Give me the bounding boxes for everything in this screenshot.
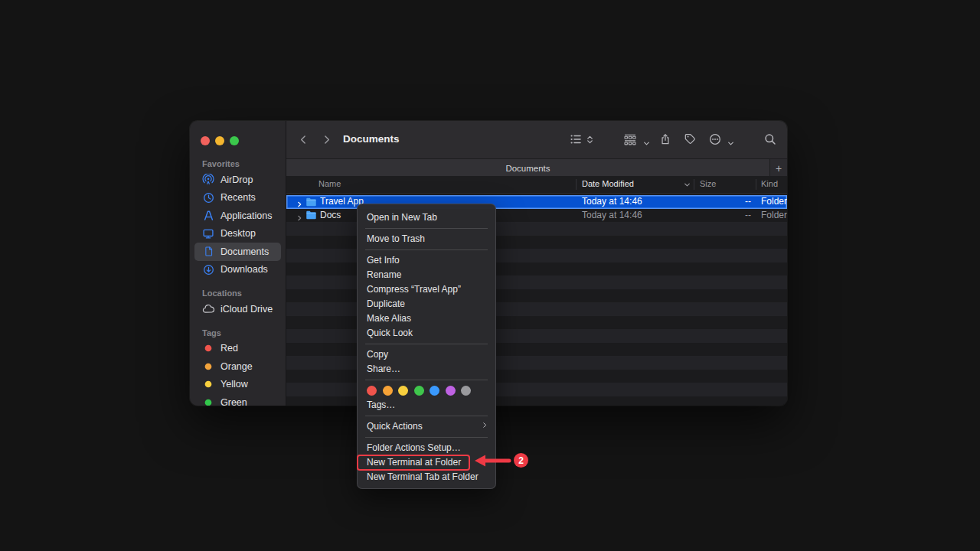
minimize-button[interactable]: [215, 136, 224, 145]
menu-item-label: Quick Actions: [367, 419, 423, 434]
search-icon[interactable]: [764, 133, 776, 148]
step-badge: 2: [514, 453, 528, 468]
menu-item-rename[interactable]: Rename: [358, 268, 495, 282]
sidebar-item-yellow[interactable]: Yellow: [194, 376, 281, 394]
menu-item-tags[interactable]: Tags…: [358, 398, 495, 412]
menu-item-share[interactable]: Share…: [358, 362, 495, 377]
file-size: --: [692, 209, 751, 223]
sidebar-item-recents[interactable]: Recents: [194, 189, 281, 207]
desktop-icon: [201, 228, 215, 240]
submenu-chevron-icon: [482, 419, 488, 434]
tag-color-dot[interactable]: [461, 386, 471, 396]
back-button[interactable]: [299, 134, 309, 148]
toolbar: Documents: [286, 121, 787, 158]
menu-item-open-in-new-tab[interactable]: Open in New Tab: [358, 210, 495, 225]
tag-color-dot[interactable]: [446, 386, 456, 396]
more-options-chevron-icon[interactable]: [727, 136, 734, 150]
context-menu: Open in New TabMove to TrashGet InfoRena…: [357, 204, 496, 489]
file-date-modified: Today at 14:46: [582, 209, 642, 223]
menu-item-get-info[interactable]: Get Info: [358, 253, 495, 268]
menu-item-make-alias[interactable]: Make Alias: [358, 311, 495, 326]
menu-separator: [365, 344, 488, 344]
column-header-kind[interactable]: Kind: [761, 179, 778, 188]
tab-documents[interactable]: Documents: [286, 159, 769, 177]
menu-item-label: New Terminal Tab at Folder: [367, 470, 479, 484]
tab-bar: Documents +: [286, 158, 787, 177]
document-icon: [201, 246, 215, 257]
menu-item-new-terminal-tab-at-folder[interactable]: New Terminal Tab at Folder: [358, 470, 495, 484]
cloud-icon: [201, 304, 215, 314]
tag-color-dot[interactable]: [398, 386, 408, 396]
group-by-icon[interactable]: [623, 133, 637, 148]
sidebar-item-red[interactable]: Red: [194, 340, 281, 358]
sidebar-item-applications[interactable]: Applications: [194, 207, 281, 225]
sidebar-item-green[interactable]: Green: [194, 393, 281, 406]
list-header: Name Date Modified Size Kind: [286, 176, 787, 194]
menu-item-quick-look[interactable]: Quick Look: [358, 326, 495, 341]
clock-icon: [201, 192, 215, 204]
sidebar-item-orange[interactable]: Orange: [194, 357, 281, 376]
group-by-chevron-icon[interactable]: [643, 136, 650, 150]
sidebar-item-label: Red: [220, 343, 238, 354]
menu-item-duplicate[interactable]: Duplicate: [358, 297, 495, 311]
sidebar-item-label: Downloads: [220, 264, 268, 275]
sidebar-item-label: Orange: [220, 361, 253, 372]
file-size: --: [692, 195, 751, 209]
sort-toggle-icon[interactable]: [586, 134, 594, 148]
menu-item-label: Move to Trash: [367, 232, 425, 246]
tag-color-dot[interactable]: [367, 386, 377, 396]
menu-item-label: New Terminal at Folder: [367, 455, 461, 470]
menu-item-label: Quick Look: [367, 326, 413, 341]
desktop-background: FavoritesAirDropRecentsApplicationsDeskt…: [0, 0, 980, 551]
tag-color-dot[interactable]: [383, 386, 393, 396]
column-header-size[interactable]: Size: [700, 179, 716, 188]
sidebar-item-label: iCloud Drive: [220, 304, 273, 315]
column-divider[interactable]: [756, 179, 756, 190]
dot-icon: [201, 344, 215, 353]
menu-tag-colors: [358, 383, 495, 398]
sidebar-item-icloud-drive[interactable]: iCloud Drive: [194, 300, 281, 318]
menu-separator: [365, 249, 488, 250]
sidebar: FavoritesAirDropRecentsApplicationsDeskt…: [190, 121, 286, 406]
sidebar-item-documents[interactable]: Documents: [194, 243, 281, 261]
zoom-button[interactable]: [230, 136, 239, 145]
menu-separator: [365, 437, 488, 438]
menu-item-label: Open in New Tab: [367, 210, 437, 225]
menu-item-move-to-trash[interactable]: Move to Trash: [358, 232, 495, 246]
window-title: Documents: [343, 133, 400, 145]
tag-icon[interactable]: [684, 133, 696, 148]
forward-button[interactable]: [322, 134, 332, 148]
menu-item-quick-actions[interactable]: Quick Actions: [358, 419, 495, 434]
column-header-date-modified[interactable]: Date Modified: [582, 179, 634, 188]
column-header-name[interactable]: Name: [318, 179, 341, 188]
file-date-modified: Today at 14:46: [582, 195, 642, 209]
menu-separator: [365, 228, 488, 229]
menu-item-copy[interactable]: Copy: [358, 347, 495, 362]
view-list-icon[interactable]: [570, 133, 582, 148]
menu-separator: [365, 380, 488, 380]
menu-item-label: Rename: [367, 268, 401, 282]
window-controls: [201, 136, 239, 145]
tag-color-dot[interactable]: [430, 386, 439, 396]
download-icon: [201, 264, 215, 276]
sidebar-item-downloads[interactable]: Downloads: [194, 261, 281, 279]
column-divider[interactable]: [576, 179, 577, 190]
menu-item-label: Copy: [367, 347, 388, 362]
new-tab-button[interactable]: +: [769, 159, 787, 177]
menu-item-label: Folder Actions Setup…: [367, 441, 461, 455]
tag-color-dot[interactable]: [414, 386, 424, 396]
close-button[interactable]: [201, 136, 210, 145]
sidebar-item-label: AirDrop: [220, 174, 253, 185]
column-divider[interactable]: [694, 179, 694, 190]
share-icon[interactable]: [660, 133, 671, 148]
menu-item-label: Get Info: [367, 253, 400, 268]
sort-direction-icon[interactable]: [684, 181, 691, 190]
sidebar-item-airdrop[interactable]: AirDrop: [194, 171, 281, 189]
more-options-icon[interactable]: [709, 133, 721, 148]
menu-item-compress-travel-app[interactable]: Compress “Travel App”: [358, 282, 495, 297]
file-kind: Folder: [761, 195, 787, 209]
sidebar-item-desktop[interactable]: Desktop: [194, 225, 281, 243]
menu-item-label: Share…: [367, 362, 400, 377]
sidebar-item-label: Yellow: [220, 379, 248, 390]
dot-icon: [201, 380, 215, 389]
